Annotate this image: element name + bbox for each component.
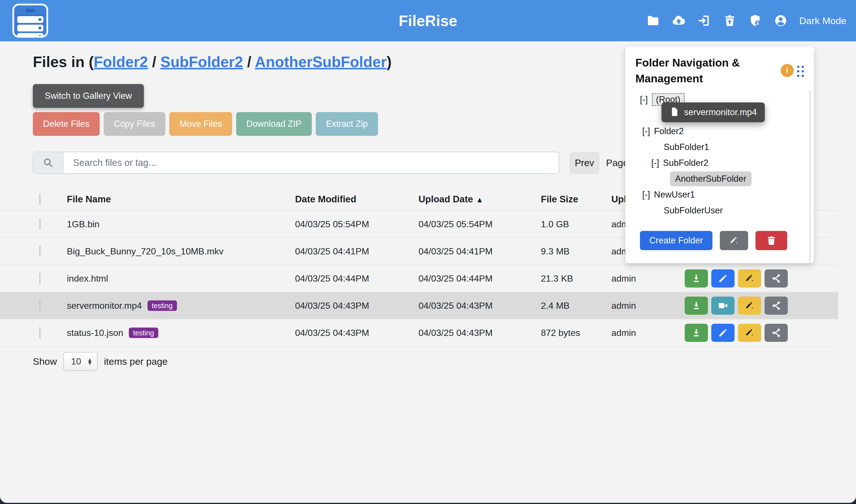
items-per-page-control: Show 10 ▲▼ items per page (33, 352, 168, 371)
tag-badge: testing (147, 301, 177, 311)
create-folder-button[interactable]: Create Folder (640, 231, 713, 250)
file-row-status-10.json[interactable]: status-10.jsontesting04/03/25 04:43PM04/… (0, 320, 838, 347)
date-modified: 04/03/25 04:43PM (295, 301, 369, 311)
drag-ghost-filename: servermonitor.mp4 (684, 107, 757, 118)
date-modified: 04/03/25 04:41PM (295, 246, 369, 257)
file-row-servermonitor.mp4[interactable]: servermonitor.mp4testing04/03/25 04:43PM… (0, 292, 838, 320)
tree-node-subfolder1[interactable]: SubFolder1 (625, 139, 806, 155)
move-files-button[interactable]: Move Files (169, 112, 232, 136)
drag-handle-icon[interactable] (797, 66, 804, 77)
row-checkbox[interactable] (39, 273, 40, 284)
delete-files-button[interactable]: Delete Files (33, 112, 100, 136)
search-group (33, 152, 559, 174)
upload-date: 04/03/25 04:44PM (419, 273, 493, 284)
breadcrumb-link-subfolder2[interactable]: SubFolder2 (160, 53, 243, 70)
switch-gallery-view-button[interactable]: Switch to Gallery View (33, 84, 144, 108)
file-name[interactable]: status-10.json (67, 328, 123, 338)
column-upload-date[interactable]: Upload Date▲ (419, 194, 483, 204)
edit-tag-button[interactable] (738, 269, 761, 288)
tree-node-newuser1[interactable]: [-]NewUser1 (625, 187, 806, 203)
file-row-index.html[interactable]: index.html04/03/25 04:44PM04/03/25 04:44… (0, 265, 838, 292)
column-file-name[interactable]: File Name (67, 194, 111, 204)
select-all-checkbox[interactable] (39, 193, 40, 205)
tree-node-label[interactable]: NewUser1 (654, 190, 695, 200)
breadcrumb-suffix: ) (387, 53, 392, 70)
download-button[interactable] (685, 324, 708, 342)
upload-date: 04/03/25 04:43PM (419, 328, 493, 338)
date-modified: 04/03/25 04:44PM (295, 273, 369, 284)
delete-folder-button[interactable] (755, 231, 787, 250)
row-checkbox[interactable] (39, 246, 40, 257)
logout-icon[interactable] (697, 14, 711, 28)
row-checkbox[interactable] (39, 327, 40, 339)
tree-node-label[interactable]: SubFolder2 (663, 158, 709, 168)
tree-node-label[interactable]: SubFolder1 (664, 142, 709, 152)
prev-page-button[interactable]: Prev (570, 152, 599, 174)
file-size: 2.4 MB (541, 301, 570, 311)
breadcrumb-link-anothersubfolder[interactable]: AnotherSubFolder (255, 53, 386, 70)
collapse-expander-icon[interactable]: [-] (642, 126, 650, 137)
file-name[interactable]: 1GB.bin (67, 219, 100, 230)
items-per-page-label: items per page (104, 356, 168, 367)
column-date-modified[interactable]: Date Modified (295, 194, 356, 204)
breadcrumb-link-folder2[interactable]: Folder2 (94, 53, 148, 70)
folder-panel-title: Folder Navigation & Management (635, 55, 766, 87)
download-button[interactable] (685, 296, 708, 315)
upload-date: 04/03/25 05:54PM (419, 219, 493, 230)
video-preview-button[interactable] (711, 296, 735, 315)
file-document-icon (669, 107, 680, 118)
bulk-actions-row: Delete FilesCopy FilesMove FilesDownload… (33, 112, 378, 136)
share-button[interactable] (765, 296, 788, 315)
uploader: admin (611, 328, 636, 338)
collapse-expander-icon[interactable]: [-] (642, 190, 650, 200)
file-size: 9.3 MB (541, 246, 570, 257)
dark-mode-toggle[interactable]: Dark Mode (799, 15, 846, 26)
breadcrumb-prefix: Files in ( (33, 53, 94, 70)
file-size: 1.0 GB (541, 219, 569, 230)
date-modified: 04/03/25 04:43PM (295, 328, 369, 338)
collapse-expander-icon[interactable]: [-] (651, 158, 659, 168)
tree-node-anothersubfolder[interactable]: AnotherSubFolder (625, 171, 806, 187)
tree-node-subfolder2[interactable]: [-]SubFolder2 (625, 155, 806, 171)
edit-name-button[interactable] (711, 269, 735, 288)
edit-tag-button[interactable] (738, 324, 761, 342)
column-file-size[interactable]: File Size (541, 194, 578, 204)
extract-files-button[interactable]: Extract Zip (316, 112, 378, 136)
tree-node-label[interactable]: Folder2 (654, 126, 684, 137)
file-name[interactable]: servermonitor.mp4 (67, 301, 142, 311)
show-label: Show (33, 356, 57, 367)
file-size: 21.3 KB (541, 273, 573, 284)
tree-node-folder2[interactable]: [-]Folder2 (625, 123, 806, 139)
items-per-page-select[interactable]: 10 ▲▼ (63, 352, 98, 371)
info-icon[interactable]: i (781, 64, 794, 77)
search-input[interactable] (63, 152, 559, 174)
collapse-expander-icon[interactable]: [-] (640, 94, 648, 105)
share-button[interactable] (765, 324, 788, 342)
row-actions (685, 324, 788, 342)
copy-files-button[interactable]: Copy Files (104, 112, 165, 136)
tree-node-label[interactable]: SubFolderUser (664, 205, 723, 216)
rename-folder-button[interactable] (720, 231, 748, 250)
trash-restore-icon[interactable] (723, 14, 736, 28)
admin-shield-icon[interactable] (748, 14, 762, 28)
edit-name-button[interactable] (711, 324, 735, 342)
panel-scrollbar[interactable] (809, 91, 810, 265)
folder-navigation-panel: Folder Navigation & Management i [-](Roo… (625, 47, 814, 263)
file-name[interactable]: Big_Buck_Bunny_720_10s_10MB.mkv (67, 246, 223, 257)
zip-files-button[interactable]: Download ZIP (236, 112, 312, 136)
file-size: 872 bytes (541, 328, 580, 338)
row-checkbox[interactable] (39, 218, 40, 230)
folder-icon[interactable] (646, 14, 660, 28)
tree-node-subfolderuser[interactable]: SubFolderUser (625, 203, 806, 218)
file-name[interactable]: index.html (67, 273, 108, 284)
uploader: admin (611, 273, 636, 284)
row-checkbox[interactable] (39, 300, 40, 311)
folder-panel-buttons: Create Folder (640, 231, 787, 250)
edit-tag-button[interactable] (738, 296, 761, 315)
tree-node-label[interactable]: AnotherSubFolder (670, 172, 752, 186)
download-button[interactable] (685, 269, 708, 288)
account-icon[interactable] (774, 14, 787, 28)
row-actions (685, 269, 788, 288)
cloud-upload-icon[interactable] (672, 14, 685, 28)
share-button[interactable] (765, 269, 788, 288)
